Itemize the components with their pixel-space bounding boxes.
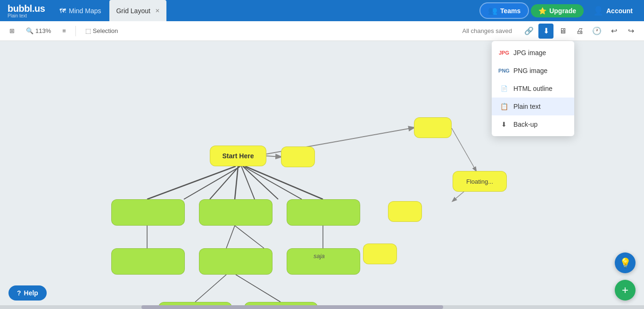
toolbar: ⊞ 🔍 113% ≡ ⬚ Selection All changes saved… (0, 21, 644, 41)
zoom-level: 113% (35, 27, 51, 34)
tab-grid-layout[interactable]: Grid Layout ✕ (109, 0, 166, 21)
backup-icon: ⬇ (499, 120, 509, 129)
zoom-icon: 🔍 (26, 27, 33, 34)
node-yellow-4[interactable] (363, 244, 397, 264)
print-icon: 🖨 (576, 27, 584, 35)
node-start-here[interactable]: Start Here (210, 146, 266, 166)
node-floating[interactable]: Floating... (453, 171, 507, 192)
lightbulb-icon: 💡 (619, 257, 631, 268)
logo-area: bubbl.us Plain text (4, 2, 51, 19)
node-yellow-3[interactable] (388, 201, 422, 222)
selection-icon: ⬚ (85, 27, 91, 34)
history-button[interactable]: 🕐 (589, 24, 604, 39)
redo-button[interactable]: ↪ (623, 24, 638, 39)
svg-line-12 (236, 275, 281, 302)
mind-map-tab-icon: 🗺 (59, 7, 66, 15)
share-icon: 🔗 (524, 26, 534, 35)
teams-button[interactable]: 👥 Teams (479, 2, 529, 19)
help-icon: ? (17, 289, 21, 297)
help-button[interactable]: ? Help (8, 285, 47, 301)
node-yellow-2[interactable] (414, 117, 452, 138)
teams-icon: 👥 (488, 6, 497, 15)
add-fab[interactable]: + (615, 280, 636, 301)
html-icon: 📄 (499, 84, 509, 93)
svg-line-5 (235, 166, 238, 199)
tab-grid-layout-label: Grid Layout (116, 7, 150, 15)
add-icon: + (622, 284, 628, 297)
top-nav: bubbl.us Plain text 🗺 Mind Maps Grid Lay… (0, 0, 644, 21)
star-icon: ⭐ (538, 7, 546, 15)
history-icon: 🕐 (592, 26, 602, 35)
dropdown-html[interactable]: 📄 HTML outline (492, 80, 574, 98)
lightbulb-fab[interactable]: 💡 (615, 252, 636, 273)
node-start-label: Start Here (223, 152, 254, 160)
dropdown-plaintext-label: Plain text (513, 103, 541, 110)
node-green-4[interactable] (111, 248, 185, 275)
node-green-2[interactable] (199, 199, 272, 226)
node-floating-label: Floating... (466, 178, 493, 185)
node-green-5[interactable] (199, 248, 272, 275)
undo-button[interactable]: ↩ (606, 24, 621, 39)
svg-line-0 (266, 156, 281, 157)
png-icon: PNG (499, 66, 509, 75)
svg-line-2 (452, 128, 476, 171)
dropdown-export-menu: JPG JPG image PNG PNG image 📄 HTML outli… (492, 41, 574, 136)
svg-line-14 (243, 166, 278, 199)
selection-button[interactable]: ⬚ Selection (82, 25, 122, 36)
upgrade-button[interactable]: ⭐ Upgrade (531, 4, 584, 17)
svg-line-6 (245, 166, 323, 199)
toolbar-divider-1 (75, 26, 76, 36)
toolbar-right: 🔗 ⬇ 🖥 🖨 🕐 ↩ ↪ (521, 24, 638, 39)
fit-icon: ⊞ (9, 27, 15, 34)
svg-line-11 (195, 275, 226, 302)
share-button[interactable]: 🔗 (521, 24, 537, 39)
download-button[interactable]: ⬇ (538, 24, 553, 39)
svg-line-9 (235, 226, 264, 248)
scrollbar-thumb[interactable] (141, 305, 443, 309)
dropdown-png-label: PNG image (513, 67, 547, 74)
print-button[interactable]: 🖨 (572, 24, 587, 39)
present-button[interactable]: 🖥 (555, 24, 570, 39)
close-tab-icon[interactable]: ✕ (155, 8, 160, 14)
svg-line-13 (184, 166, 240, 199)
undo-icon: ↩ (611, 26, 617, 35)
present-icon: 🖥 (559, 27, 567, 35)
svg-line-17 (243, 166, 302, 199)
help-label: Help (24, 289, 38, 297)
node-green-1[interactable] (111, 199, 185, 226)
redo-icon: ↪ (628, 26, 634, 35)
download-icon: ⬇ (543, 26, 549, 35)
teams-label: Teams (500, 7, 520, 15)
dropdown-jpg[interactable]: JPG JPG image (492, 44, 574, 62)
tab-mind-maps[interactable]: 🗺 Mind Maps (53, 0, 107, 21)
svg-line-4 (147, 166, 236, 199)
node-yellow-1[interactable] (281, 146, 315, 167)
zoom-button[interactable]: 🔍 113% (22, 25, 55, 36)
dropdown-png[interactable]: PNG PNG image (492, 62, 574, 80)
upgrade-label: Upgrade (549, 7, 576, 15)
account-button[interactable]: 👤 Account (586, 3, 640, 19)
hamburger-button[interactable]: ≡ (58, 25, 70, 36)
account-label: Account (606, 7, 633, 15)
jpg-icon: JPG (499, 48, 509, 57)
dropdown-html-label: HTML outline (513, 85, 553, 92)
selection-label: Selection (93, 27, 118, 34)
dropdown-backup-label: Back-up (513, 121, 537, 128)
svg-line-15 (210, 166, 239, 199)
dropdown-plaintext[interactable]: 📋 Plain text (492, 98, 574, 115)
logo-text: bubbl.us (8, 3, 45, 14)
svg-line-8 (226, 226, 235, 248)
account-icon: 👤 (593, 6, 603, 16)
fit-button[interactable]: ⊞ (6, 25, 18, 36)
bottom-scrollbar[interactable] (0, 305, 644, 309)
plaintext-icon: 📋 (499, 102, 509, 111)
node-green-3[interactable] (287, 199, 360, 226)
save-status: All changes saved (462, 27, 512, 34)
saja-text: saja (314, 252, 325, 260)
dropdown-backup[interactable]: ⬇ Back-up (492, 115, 574, 133)
svg-line-16 (241, 166, 255, 199)
dropdown-jpg-label: JPG image (513, 49, 546, 57)
hamburger-icon: ≡ (62, 27, 66, 34)
tab-mind-maps-label: Mind Maps (69, 7, 101, 15)
logo-subtext: Plain text (8, 13, 27, 18)
